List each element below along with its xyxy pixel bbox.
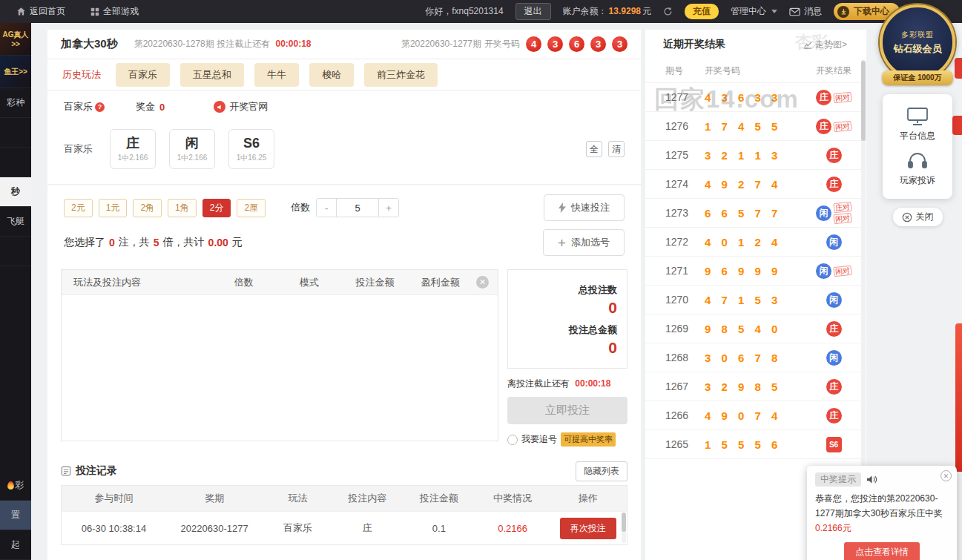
tab-suoha[interactable]: 梭哈 bbox=[309, 63, 354, 87]
draw-numbers: 1 7 4 5 5 bbox=[699, 120, 801, 133]
result-row: 1271 9 6 9 9 9 闲闲对 bbox=[645, 257, 866, 286]
view-details-button[interactable]: 点击查看详情 bbox=[844, 542, 920, 560]
player-complaint-label: 玩家投诉 bbox=[900, 174, 935, 187]
records-scrollbar-thumb[interactable] bbox=[622, 513, 626, 532]
sidebar-item-1[interactable] bbox=[0, 118, 31, 148]
sidebar-item-7[interactable]: 置 bbox=[0, 501, 31, 530]
platform-info-link[interactable]: 平台信息 bbox=[900, 104, 935, 145]
deadline-label: 投注截止还有 bbox=[217, 39, 270, 49]
refresh-balance-icon[interactable] bbox=[663, 7, 673, 16]
trend-chart-link[interactable]: 走势图> bbox=[803, 39, 847, 51]
record-win-amount: 0.2166 bbox=[475, 523, 549, 534]
panel-countdown: 00:00:18 bbox=[575, 378, 610, 389]
home-link[interactable]: 返回首页 bbox=[16, 5, 65, 18]
speaker-icon[interactable] bbox=[866, 475, 877, 484]
all-games-link[interactable]: 全部游戏 bbox=[90, 5, 139, 18]
bet-option-player[interactable]: 闲 1中2.166 bbox=[169, 129, 215, 169]
result-badge: 闲 bbox=[826, 292, 842, 308]
sidebar-banner-ag[interactable]: AG真人>> bbox=[0, 23, 31, 56]
chase-checkbox[interactable] bbox=[507, 435, 518, 445]
multiplier-minus-button[interactable]: - bbox=[317, 199, 336, 217]
sidebar-item-feiting[interactable]: 飞艇 bbox=[0, 207, 31, 237]
bonus-row: 百家乐 奖金 0 开奖官网 bbox=[47, 90, 641, 123]
balance-label: 账户余额： bbox=[563, 6, 607, 16]
sidebar-banner-fish[interactable]: 鱼王>> bbox=[0, 56, 31, 88]
result-row: 1277 4 3 6 3 3 庄闲对 bbox=[645, 83, 866, 112]
official-site-link[interactable]: 开奖官网 bbox=[214, 100, 268, 113]
download-icon bbox=[837, 6, 849, 18]
help-icon[interactable] bbox=[95, 102, 105, 112]
record-amount: 0.1 bbox=[402, 523, 475, 534]
denom-2fen[interactable]: 2分 bbox=[202, 199, 231, 217]
result-row: 1272 4 0 1 2 4 闲 bbox=[645, 228, 866, 257]
slip-header-multiplier: 倍数 bbox=[211, 276, 277, 289]
results-scrollbar-thumb[interactable] bbox=[861, 61, 866, 141]
topbar: 返回首页 全部游戏 你好，fxnq5201314 退出 账户余额：13.9298… bbox=[0, 0, 962, 23]
rebet-button[interactable]: 再次投注 bbox=[560, 518, 616, 539]
logout-button[interactable]: 退出 bbox=[515, 3, 551, 20]
quick-bet-label: 快速投注 bbox=[571, 201, 610, 214]
sidebar-item-current-game[interactable]: 秒 bbox=[0, 177, 31, 207]
sidebar-item-2[interactable] bbox=[0, 148, 31, 177]
tab-front-three[interactable]: 前三炸金花 bbox=[364, 63, 438, 87]
denom-2yuan[interactable]: 2元 bbox=[64, 199, 93, 217]
history-plays-link[interactable]: 历史玩法 bbox=[62, 68, 101, 82]
multiplier-plus-button[interactable]: + bbox=[379, 199, 398, 217]
draw-ball: 3 bbox=[590, 36, 606, 52]
result-badge: 庄 bbox=[826, 321, 842, 337]
quick-bet-button[interactable]: 快速投注 bbox=[544, 194, 625, 221]
issue-number: 1274 bbox=[645, 178, 699, 190]
rec-header-action: 操作 bbox=[550, 492, 627, 505]
denom-2li[interactable]: 2厘 bbox=[237, 199, 266, 217]
hide-list-button[interactable]: 隐藏列表 bbox=[576, 461, 627, 481]
vip-badge-level: 钻石级会员 bbox=[894, 42, 942, 56]
add-numbers-button[interactable]: 添加选号 bbox=[543, 229, 625, 256]
vip-member-badge[interactable]: 多彩联盟 钻石级会员 bbox=[880, 4, 955, 80]
trend-icon bbox=[803, 40, 812, 49]
sidebar-item-8[interactable]: 起 bbox=[0, 530, 31, 560]
denom-2jiao[interactable]: 2角 bbox=[133, 199, 162, 217]
close-widgets-button[interactable]: 关闭 bbox=[893, 208, 943, 226]
chase-badge: 可提高中奖率 bbox=[561, 432, 616, 447]
sidebar-item-5[interactable] bbox=[0, 237, 31, 266]
results-header-result: 开奖结果 bbox=[801, 65, 866, 77]
tab-five-star-sum[interactable]: 五星总和 bbox=[180, 63, 244, 87]
result-row: 1265 1 5 5 5 6 S6 bbox=[645, 430, 866, 459]
tab-baccarat[interactable]: 百家乐 bbox=[116, 63, 170, 87]
messages-link[interactable]: 消息 bbox=[789, 5, 822, 18]
player-complaint-link[interactable]: 玩家投诉 bbox=[900, 148, 935, 190]
pair-badge: 闲对 bbox=[833, 265, 851, 276]
sidebar-item-hot[interactable]: 彩 bbox=[0, 471, 31, 501]
denom-1jiao[interactable]: 1角 bbox=[168, 199, 197, 217]
envelope-icon bbox=[789, 7, 800, 16]
admin-center-menu[interactable]: 管理中心 bbox=[731, 5, 777, 18]
denom-1yuan[interactable]: 1元 bbox=[99, 199, 128, 217]
headset-icon bbox=[907, 151, 928, 171]
tab-niuniu[interactable]: 牛牛 bbox=[254, 63, 299, 87]
main-content: 加拿大30秒 第20220630-1278期 投注截止还有 00:00:18 第… bbox=[47, 30, 641, 560]
sidebar-item-lottery-types[interactable]: 彩种 bbox=[0, 88, 31, 118]
popup-close-icon[interactable] bbox=[940, 470, 952, 481]
result-badge: 庄 bbox=[826, 379, 842, 395]
result-badge: 庄 bbox=[826, 177, 842, 192]
total-bets-value: 0 bbox=[608, 298, 617, 317]
edge-banner-fragment[interactable] bbox=[955, 323, 962, 472]
pair-badge: 闲对 bbox=[833, 120, 851, 131]
home-link-label: 返回首页 bbox=[30, 5, 65, 18]
last-issue: 第20220630-1277期 bbox=[401, 38, 481, 50]
bet-option-s6[interactable]: S6 1中16.25 bbox=[228, 129, 274, 169]
select-all-button[interactable]: 全 bbox=[586, 141, 602, 157]
close-circle-icon bbox=[902, 212, 912, 223]
recharge-button[interactable]: 充值 bbox=[685, 4, 719, 19]
result-badge: S6 bbox=[826, 437, 842, 452]
clear-button[interactable]: 清 bbox=[608, 141, 625, 157]
bet-now-button[interactable]: 立即投注 bbox=[507, 397, 627, 424]
game-title: 加拿大30秒 bbox=[61, 37, 118, 51]
issue-number: 1266 bbox=[645, 409, 699, 421]
bet-option-banker[interactable]: 庄 1中2.166 bbox=[110, 129, 156, 169]
play-tabs: 历史玩法 百家乐 五星总和 牛牛 梭哈 前三炸金花 bbox=[47, 59, 641, 90]
result-row: 1268 3 0 6 7 8 闲 bbox=[645, 343, 866, 372]
result-row: 1275 3 2 1 1 3 庄 bbox=[645, 141, 866, 170]
account-balance: 账户余额：13.9298元 bbox=[563, 5, 651, 18]
slip-clear-icon[interactable] bbox=[476, 276, 489, 289]
